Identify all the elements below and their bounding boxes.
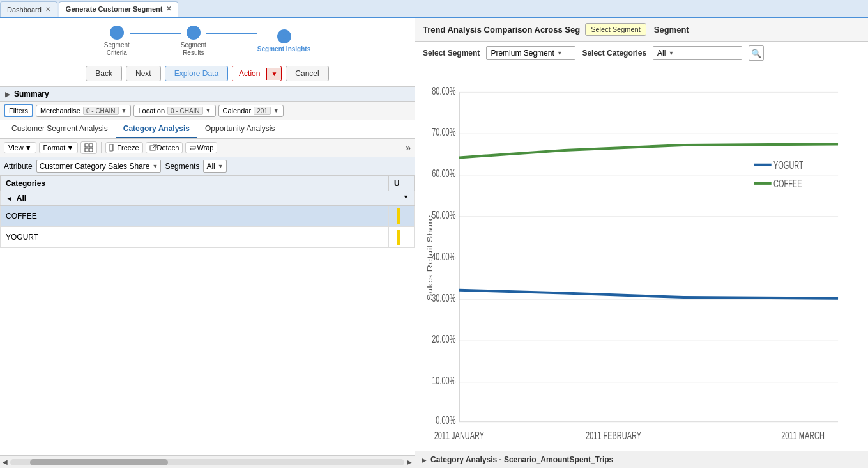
bottom-title: Category Analysis - Scenario_AmountSpent… xyxy=(430,455,613,464)
segments-select[interactable]: All ▼ xyxy=(203,160,226,173)
location-arrow[interactable]: ▼ xyxy=(206,107,211,114)
segments-select-arrow: ▼ xyxy=(218,163,224,169)
summary-label: Summary xyxy=(14,90,49,98)
location-badge: 0 - CHAIN xyxy=(167,107,203,115)
filter-tab-merchandise[interactable]: Merchandise 0 - CHAIN ▼ xyxy=(36,105,131,117)
svg-rect-3 xyxy=(85,144,88,147)
select-segment-tooltip: Select Segment xyxy=(585,23,646,36)
detach-button[interactable]: Detach xyxy=(146,142,183,153)
summary-collapse-icon[interactable]: ▶ xyxy=(5,91,10,98)
back-button[interactable]: Back xyxy=(86,66,122,81)
table-row-yogurt[interactable]: YOGURT xyxy=(1,227,415,248)
bottom-section: ▶ Category Analysis - Scenario_AmountSpe… xyxy=(415,451,868,468)
filter-tab-location[interactable]: Location 0 - CHAIN ▼ xyxy=(133,105,215,117)
row-coffee-bar xyxy=(389,206,415,227)
action-dropdown-arrow[interactable]: ▼ xyxy=(266,68,281,80)
svg-point-0 xyxy=(114,30,119,35)
svg-point-1 xyxy=(191,30,196,35)
svg-text:80.00%: 80.00% xyxy=(432,84,455,97)
view-button[interactable]: View ▼ xyxy=(4,142,36,153)
row-yogurt-bar xyxy=(389,227,415,248)
tab-category-label: Category Analysis xyxy=(123,124,190,133)
format-button[interactable]: Format ▼ xyxy=(39,142,79,153)
tab-generate-segment-close[interactable]: ✕ xyxy=(166,5,171,12)
data-table: Categories U ◄ All ▼ COFFEE xyxy=(0,176,415,248)
svg-text:Sales Retail Share: Sales Retail Share xyxy=(426,215,434,300)
search-button[interactable]: 🔍 xyxy=(749,45,764,61)
svg-line-10 xyxy=(153,144,156,148)
filters-label: Filters xyxy=(9,107,28,114)
svg-rect-6 xyxy=(89,148,93,152)
merchandise-badge: 0 - CHAIN xyxy=(83,107,119,115)
merchandise-arrow[interactable]: ▼ xyxy=(121,107,127,114)
segments-value: All xyxy=(206,162,215,171)
svg-text:YOGURT: YOGURT xyxy=(773,159,803,171)
left-panel: SegmentCriteria SegmentResults Segment I… xyxy=(0,18,415,468)
tab-opportunity-analysis[interactable]: Opportunity Analysis xyxy=(197,120,282,138)
attribute-value: Customer Category Sales Share xyxy=(40,162,150,171)
row-coffee-name: COFFEE xyxy=(1,206,389,227)
segments-label: Segments xyxy=(165,162,199,171)
col-header-u: U xyxy=(389,176,415,191)
group-expand-arrow[interactable]: ▼ xyxy=(403,194,409,200)
cancel-button[interactable]: Cancel xyxy=(286,66,328,81)
attribute-label: Attribute xyxy=(4,162,33,171)
merchandise-label: Merchandise xyxy=(40,107,80,114)
step-results: SegmentResults xyxy=(181,26,206,57)
filter-tab-calendar[interactable]: Calendar 201 ▼ xyxy=(218,105,284,117)
svg-text:20.00%: 20.00% xyxy=(432,333,455,345)
segment-label: Segment xyxy=(654,25,689,35)
svg-text:40.00%: 40.00% xyxy=(432,251,455,263)
grid-view-button[interactable] xyxy=(80,141,97,154)
action-button-group: Action ▼ xyxy=(232,66,282,81)
segment-dropdown[interactable]: Premium Segment ▼ xyxy=(486,46,575,60)
svg-text:10.00%: 10.00% xyxy=(432,375,455,387)
step-connector-1 xyxy=(130,33,181,34)
tab-category-analysis[interactable]: Category Analysis xyxy=(116,120,197,138)
table-row-coffee[interactable]: COFFEE xyxy=(1,206,415,227)
wrap-icon xyxy=(189,144,197,152)
action-button[interactable]: Action xyxy=(232,66,266,81)
step-criteria: SegmentCriteria xyxy=(104,26,130,57)
tab-dashboard[interactable]: Dashboard ✕ xyxy=(0,1,57,17)
svg-text:2011 JANUARY: 2011 JANUARY xyxy=(434,430,485,442)
chart-area: 80.00% 70.00% 60.00% 50.00% 40.00% 30.00… xyxy=(415,65,868,451)
main-layout: SegmentCriteria SegmentResults Segment I… xyxy=(0,18,868,468)
group-collapse-icon[interactable]: ◄ xyxy=(6,195,12,202)
buttons-row: Back Next Explore Data Action ▼ Cancel xyxy=(0,62,415,86)
bottom-expand-arrow[interactable]: ▶ xyxy=(422,456,427,464)
toolbar-separator xyxy=(101,142,102,153)
col-header-categories: Categories xyxy=(1,176,389,191)
categories-dropdown-value: All xyxy=(657,49,666,58)
wrap-button[interactable]: Wrap xyxy=(185,142,217,153)
detach-label: Detach xyxy=(157,144,179,152)
group-label: All xyxy=(17,194,26,203)
tab-dashboard-close[interactable]: ✕ xyxy=(45,6,50,13)
grid-icon xyxy=(84,143,93,152)
filter-tab-filters[interactable]: Filters xyxy=(4,104,33,117)
step-criteria-circle xyxy=(110,26,124,40)
select-segment-label: Select Segment xyxy=(423,49,480,58)
toolbar-more-button[interactable]: » xyxy=(406,143,411,153)
scroll-left-arrow[interactable]: ◀ xyxy=(3,458,8,465)
calendar-label: Calendar xyxy=(223,107,252,114)
next-button[interactable]: Next xyxy=(126,66,161,81)
attribute-select[interactable]: Customer Category Sales Share ▼ xyxy=(36,160,162,173)
horizontal-scrollbar[interactable] xyxy=(10,459,404,465)
categories-dropdown[interactable]: All ▼ xyxy=(653,46,742,60)
calendar-arrow[interactable]: ▼ xyxy=(273,107,279,114)
step-results-circle xyxy=(187,26,201,40)
svg-text:30.00%: 30.00% xyxy=(432,292,455,304)
explore-data-button[interactable]: Explore Data xyxy=(165,66,228,81)
freeze-button[interactable]: Freeze xyxy=(105,142,142,153)
tab-generate-segment[interactable]: Generate Customer Segment ✕ xyxy=(59,1,179,17)
tab-generate-segment-label: Generate Customer Segment xyxy=(66,5,163,13)
tab-bar: Dashboard ✕ Generate Customer Segment ✕ xyxy=(0,0,868,18)
scrollbar-thumb xyxy=(30,459,168,465)
scroll-right-arrow[interactable]: ▶ xyxy=(407,458,412,465)
trend-chart: 80.00% 70.00% 60.00% 50.00% 40.00% 30.00… xyxy=(424,72,859,444)
select-categories-label: Select Categories xyxy=(582,49,646,58)
step-results-label: SegmentResults xyxy=(181,42,206,57)
step-insights-circle xyxy=(277,29,291,43)
tab-customer-segment-analysis[interactable]: Customer Segment Analysis xyxy=(4,120,116,138)
